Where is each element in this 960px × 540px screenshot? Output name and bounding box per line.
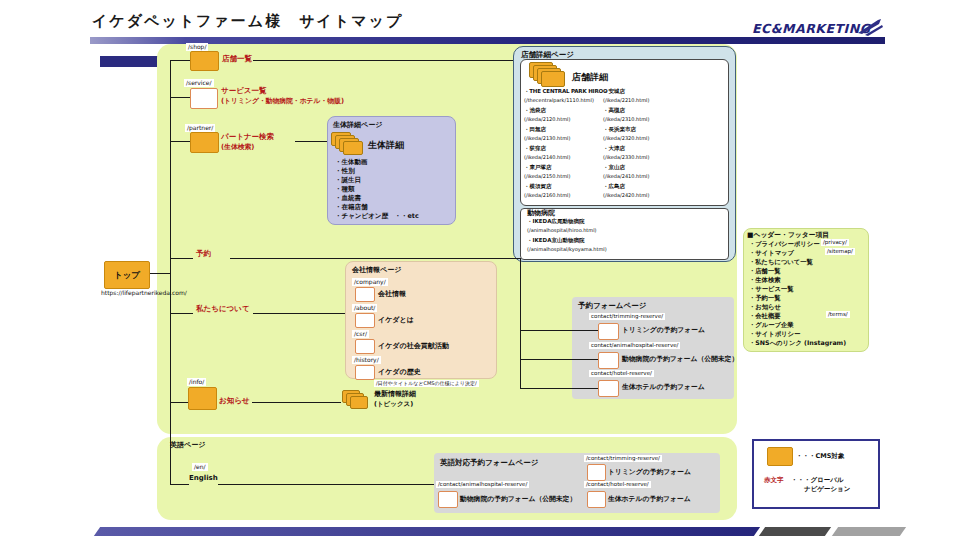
info-node — [188, 387, 217, 410]
connector-en-stub — [170, 484, 189, 485]
company-checkbox — [355, 287, 375, 302]
connector-partner-stub — [170, 141, 190, 142]
reserve-path-chip: contact/trimming-reserve/ — [589, 313, 665, 320]
store-name: ・京山店 — [603, 164, 625, 171]
en-form-path-chip: /contact/hotel-reserve/ — [584, 481, 651, 488]
connector-reserve-row2 — [520, 359, 598, 360]
footer-accent-dark — [759, 527, 831, 536]
company-item-label: イケダの社会貢献活動 — [378, 342, 449, 351]
footer-accent-light — [832, 527, 906, 536]
header-footer-title: ■ヘッダー・フッター項目 — [747, 231, 829, 239]
hf-item: ・SNSへのリンク (Instagram) — [749, 339, 846, 347]
header-rule-bar — [90, 37, 885, 44]
en-form-checkbox — [587, 491, 606, 508]
news-subtitle: (トピックス) — [374, 400, 413, 408]
store-name: ・安城店 — [603, 88, 625, 95]
connector-shop-to-stores — [253, 60, 513, 61]
store-url: (/ikeda/2140.html) — [524, 154, 570, 160]
company-checkbox — [355, 339, 375, 354]
pet-detail-item: ・性別 — [335, 167, 355, 175]
shop-label: 店舗一覧 — [222, 54, 252, 63]
en-form-path-chip: /contact/trimming-reserve/ — [584, 455, 662, 462]
news-title: 最新情報詳細 — [374, 390, 416, 399]
en-form-label: トリミングの予約フォーム — [608, 468, 691, 476]
en-form-label: 生体ホテルの予約フォーム — [608, 495, 691, 503]
store-url: (/ikeda/2130.html) — [524, 135, 570, 141]
hf-item: ・お知らせ — [749, 303, 781, 311]
hf-item: ・生体検索 — [749, 276, 780, 284]
pet-detail-page-title: 生体詳細ページ — [333, 121, 382, 130]
company-item-label: イケダとは — [378, 316, 414, 325]
hospital-name: ・IKEDA広尾動物病院 — [527, 218, 584, 225]
store-name: ・横須賀店 — [524, 183, 552, 190]
hf-path-chip: /privacy/ — [821, 239, 849, 246]
legend-red-desc: ・・・グローバル — [791, 476, 844, 484]
connector-reserve-stub — [170, 258, 193, 259]
store-url: (/ikeda/2150.html) — [524, 173, 570, 179]
page-title: イケダペットファーム様 サイトマップ — [92, 12, 403, 31]
company-item-label: 会社情報 — [378, 290, 406, 299]
company-logo: EC&MARKETING — [752, 21, 870, 37]
store-name: ・高槻店 — [603, 107, 625, 114]
service-node — [190, 88, 218, 109]
legend-red-desc: ナビゲーション — [804, 485, 850, 493]
partner-path-chip: /partner/ — [185, 124, 215, 132]
top-page-label: トップ — [114, 270, 140, 281]
pet-detail-item: ・誕生日 — [335, 176, 361, 184]
connector-en-to-forms — [218, 484, 434, 485]
connector-reserve-drop — [520, 258, 521, 388]
reserve-path-chip: contact/animalhospital-reserve/ — [589, 342, 680, 349]
connector-about-to-company — [253, 313, 345, 314]
reserve-item-label: 生体ホテルの予約フォーム — [622, 383, 705, 391]
info-path-chip: /info/ — [187, 378, 206, 386]
store-detail-page-title: 店舗詳細ページ — [521, 50, 574, 59]
partner-sublabel: (生体検索) — [221, 143, 254, 151]
top-page-node: トップ — [104, 261, 150, 289]
sitemap-canvas: イケダペットファーム様 サイトマップ EC&MARKETING 店舗詳細ページ … — [0, 0, 960, 540]
store-name: ・田無店 — [524, 126, 546, 133]
hospital-url: (/animalhospital/kyoyama.html) — [527, 246, 607, 252]
reserve-item-label: トリミングの予約フォーム — [622, 326, 705, 334]
hf-item: ・プライバシーポリシー — [749, 240, 819, 248]
hf-path-chip: /sitemap/ — [825, 248, 855, 255]
news-note-chip: /日付やタイトルなどCMSの仕様により決定/ — [374, 380, 479, 387]
hf-item: ・グループ企業 — [749, 321, 794, 329]
en-form-label: 動物病院の予約フォーム（公開未定） — [460, 495, 576, 503]
store-url: (/ikeda/2330.html) — [603, 154, 649, 160]
store-url: (/ikeda/2320.html) — [603, 135, 649, 141]
company-item-label: イケダの歴史 — [378, 368, 421, 377]
service-sublabel: (トリミング・動物病院・ホテル・物販) — [221, 97, 344, 105]
store-name: ・東戸塚店 — [524, 164, 552, 171]
connector-top-node — [148, 273, 171, 274]
shop-node — [190, 51, 219, 71]
en-path-chip: /en/ — [192, 463, 208, 471]
store-name: ・THE CENTRAL PARK HIROO — [524, 88, 607, 95]
hf-path-chip: /terms/ — [826, 311, 850, 318]
english-forms-title: 英語対応予約フォームページ — [440, 458, 538, 467]
connector-service-stub — [170, 97, 190, 98]
shop-path-chip: /shop/ — [186, 43, 208, 51]
connector-about-stub — [170, 313, 193, 314]
connector-shop-stub — [170, 60, 192, 61]
top-page-url: https://lifepartnerikeda.com/ — [101, 289, 187, 297]
service-path-chip: /service/ — [184, 79, 214, 87]
en-form-checkbox — [438, 491, 458, 508]
hospital-url: (/animalhospital/hiroo.html) — [527, 227, 597, 233]
reserve-forms-title: 予約フォームページ — [578, 301, 646, 310]
hf-item: ・店舗一覧 — [749, 267, 780, 275]
hf-item: ・サイトポリシー — [749, 330, 800, 338]
store-url: (/ikeda/2310.html) — [603, 116, 649, 122]
reserve-checkbox — [598, 380, 619, 397]
en-label: English — [189, 474, 218, 483]
company-path-chip: /history/ — [352, 356, 381, 364]
hospital-title: 動物病院 — [527, 209, 555, 218]
pet-detail-item: ・血統書 — [335, 194, 361, 202]
en-form-checkbox — [587, 464, 606, 481]
legend-cms-label: ・・・CMS対象 — [796, 452, 844, 460]
pet-detail-title: 生体詳細 — [368, 140, 404, 151]
connector-reserve-main — [230, 258, 520, 259]
connector-partner-to-pet — [295, 141, 327, 142]
store-url: (/ikeda/2420.html) — [603, 192, 649, 198]
connector-info-to-news — [252, 402, 341, 403]
footer-rule-bar — [94, 527, 760, 536]
